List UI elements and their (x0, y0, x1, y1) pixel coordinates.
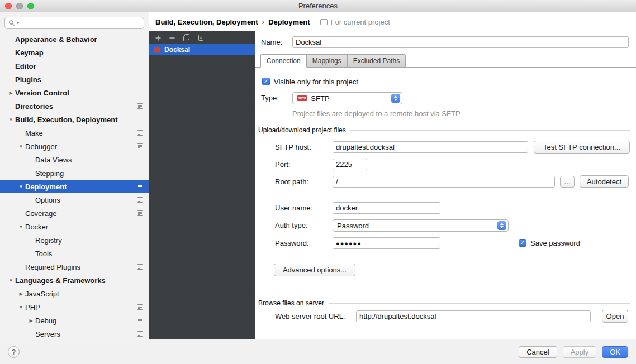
web-root-input[interactable] (356, 310, 591, 322)
sftp-host-input[interactable] (333, 141, 528, 153)
chevron-expanded-icon[interactable]: ▼ (17, 305, 25, 310)
duplicate-server-button[interactable] (183, 34, 190, 41)
search-field[interactable]: ▾ (4, 17, 144, 29)
section-divider (350, 130, 630, 131)
type-hint: Project files are deployed to a remote h… (292, 109, 461, 118)
browse-root-path-button[interactable]: ... (560, 176, 575, 188)
sidebar-item-languages-frameworks[interactable]: ▼Languages & Frameworks (0, 274, 149, 287)
chevron-collapsed-icon[interactable]: ▶ (7, 90, 15, 95)
upload-section-title: Upload/download project files (258, 126, 346, 134)
sidebar-item-options[interactable]: Options (0, 193, 149, 207)
autodetect-button[interactable]: Autodetect (580, 175, 629, 188)
remove-server-button[interactable] (169, 35, 175, 41)
footer-buttons: Cancel Apply OK (519, 346, 628, 358)
password-input[interactable] (333, 237, 440, 249)
titlebar: Preferences (0, 0, 636, 12)
sidebar-item-data-views[interactable]: Data Views (0, 153, 149, 166)
apply-button[interactable]: Apply (563, 346, 597, 358)
tab-mappings[interactable]: Mappings (307, 54, 348, 68)
sidebar-item-appearance-behavior[interactable]: Appearance & Behavior (0, 32, 149, 46)
project-scope-icon (137, 143, 143, 149)
zoom-window-button[interactable] (27, 3, 34, 9)
sidebar-item-docker[interactable]: ▼Docker (0, 220, 149, 233)
search-options-chevron-icon[interactable]: ▾ (17, 21, 19, 26)
sidebar-item-label: Debugger (25, 142, 57, 151)
search-area: ▾ (0, 12, 149, 31)
project-scope-icon (137, 103, 143, 109)
sidebar-item-servers[interactable]: Servers (0, 327, 149, 339)
sidebar-item-version-control[interactable]: ▶Version Control (0, 86, 149, 99)
project-scope-icon (137, 291, 143, 296)
test-sftp-connection-button[interactable]: Test SFTP connection... (534, 141, 630, 154)
server-list-item-docksal[interactable]: Docksal (149, 44, 255, 55)
sidebar-item-javascript[interactable]: ▶JavaScript (0, 287, 149, 300)
auth-type-select[interactable]: Password (333, 219, 509, 232)
sidebar-item-coverage[interactable]: Coverage (0, 207, 149, 220)
chevron-expanded-icon[interactable]: ▼ (7, 278, 15, 283)
current-project-icon (320, 19, 328, 25)
minimize-window-button[interactable] (16, 3, 23, 9)
sidebar-item-build-execution-deployment[interactable]: ▼Build, Execution, Deployment (0, 113, 149, 126)
tab-excluded-paths[interactable]: Excluded Paths (348, 54, 406, 68)
chevron-expanded-icon[interactable]: ▼ (7, 117, 15, 122)
combo-arrows-icon[interactable] (391, 94, 400, 103)
breadcrumb-section[interactable]: Build, Execution, Deployment (155, 18, 258, 26)
advanced-options-button[interactable]: Advanced options... (274, 264, 355, 276)
import-config-button[interactable] (197, 34, 205, 41)
user-name-input[interactable] (333, 202, 440, 214)
sidebar-item-make[interactable]: Make (0, 126, 149, 140)
sidebar-item-label: Appearance & Behavior (15, 35, 97, 44)
project-scope-icon (137, 264, 143, 270)
sidebar-item-directories[interactable]: Directories (0, 99, 149, 113)
deployment-form: Name: Connection Mappings Excluded Paths… (255, 31, 636, 339)
sidebar-item-label: Coverage (25, 209, 56, 218)
sidebar-item-label: Plugins (15, 75, 41, 84)
sidebar-item-stepping[interactable]: Stepping (0, 166, 149, 180)
sidebar-item-plugins[interactable]: Plugins (0, 73, 149, 86)
sidebar-item-editor[interactable]: Editor (0, 59, 149, 73)
breadcrumb-separator-icon: › (262, 17, 264, 26)
sidebar-item-label: Stepping (35, 169, 64, 178)
sidebar-item-label: Make (25, 129, 43, 137)
sidebar-item-deployment[interactable]: ▼Deployment (0, 180, 149, 193)
tab-connection[interactable]: Connection (260, 54, 307, 68)
sidebar-item-debug[interactable]: ▶Debug (0, 314, 149, 327)
save-password-checkbox[interactable]: ✓ Save password (519, 238, 580, 248)
sidebar-item-label: Languages & Frameworks (15, 276, 106, 285)
port-input[interactable] (333, 159, 367, 170)
sidebar-item-tools[interactable]: Tools (0, 247, 149, 260)
help-button[interactable]: ? (8, 346, 20, 358)
root-path-input[interactable] (333, 176, 555, 188)
port-label: Port: (275, 159, 290, 170)
sidebar-item-label: Directories (15, 102, 53, 111)
name-input[interactable] (292, 36, 629, 48)
sidebar-item-label: Keymap (15, 49, 44, 57)
close-window-button[interactable] (5, 3, 12, 9)
sidebar-item-debugger[interactable]: ▼Debugger (0, 140, 149, 153)
type-select[interactable]: SFTP SFTP (292, 92, 402, 104)
add-server-button[interactable] (155, 35, 162, 41)
ok-button[interactable]: OK (602, 346, 628, 358)
chevron-expanded-icon[interactable]: ▼ (17, 224, 25, 229)
sidebar-item-label: Tools (35, 250, 52, 258)
sidebar-item-required-plugins[interactable]: Required Plugins (0, 260, 149, 274)
open-button[interactable]: Open (602, 310, 628, 323)
visible-only-checkbox[interactable]: ✓ Visible only for this project (262, 76, 358, 87)
current-project-label: For current project (331, 18, 390, 26)
settings-search-input[interactable] (21, 18, 140, 28)
sidebar-item-label: JavaScript (25, 290, 59, 298)
traffic-lights (5, 3, 34, 9)
chevron-expanded-icon[interactable]: ▼ (17, 184, 25, 189)
sidebar-item-keymap[interactable]: Keymap (0, 46, 149, 59)
project-scope-icon (137, 318, 143, 323)
chevron-collapsed-icon[interactable]: ▶ (27, 318, 35, 323)
chevron-collapsed-icon[interactable]: ▶ (17, 291, 25, 296)
browse-section-title: Browse files on server (258, 299, 324, 307)
cancel-button[interactable]: Cancel (519, 346, 557, 358)
combo-arrows-icon[interactable] (497, 221, 506, 230)
chevron-expanded-icon[interactable]: ▼ (17, 144, 25, 149)
visible-only-label: Visible only for this project (274, 78, 358, 86)
sidebar-item-registry[interactable]: Registry (0, 233, 149, 247)
sidebar-item-php[interactable]: ▼PHP (0, 300, 149, 314)
deployment-tabs: Connection Mappings Excluded Paths (260, 54, 406, 68)
